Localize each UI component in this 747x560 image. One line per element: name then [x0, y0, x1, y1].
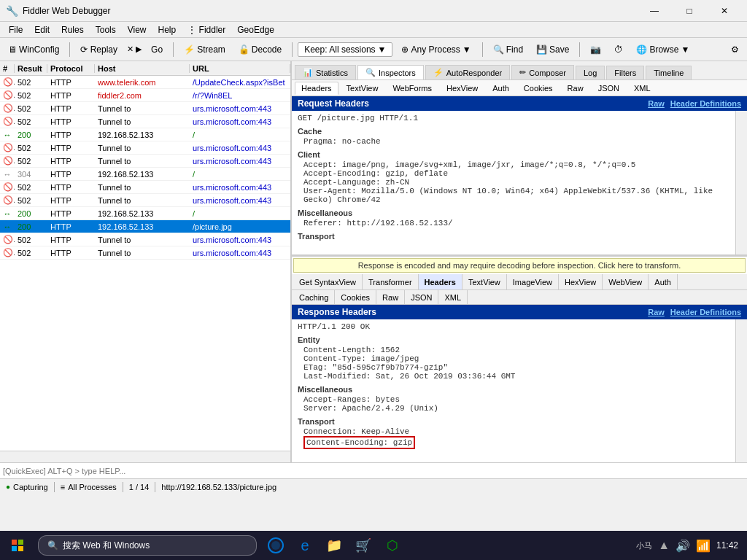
session-row[interactable]: 🚫 502 HTTP Tunnel to urs.microsoft.com:4…: [0, 246, 290, 260]
session-row[interactable]: ↔ 200 HTTP 192.168.52.133 /: [0, 128, 290, 141]
keep-sessions-dropdown[interactable]: Keep: All sessions ▼: [298, 42, 392, 57]
resp-header-content-length: Content-Length: 1562: [298, 346, 729, 354]
session-row[interactable]: 🚫 502 HTTP Tunnel to urs.microsoft.com:4…: [0, 141, 290, 155]
settings-button[interactable]: ⚙: [726, 42, 744, 58]
session-row[interactable]: 🚫 502 HTTP Tunnel to urs.microsoft.com:4…: [0, 155, 290, 168]
resp-tab-caching[interactable]: Caching: [293, 290, 335, 304]
window-title: Fiddler Web Debugger: [23, 6, 638, 16]
resp-raw-link[interactable]: Raw: [648, 308, 665, 316]
session-row[interactable]: 🚫 502 HTTP Tunnel to urs.microsoft.com:4…: [0, 233, 290, 246]
tab-inspectors[interactable]: 🔍 Inspectors: [357, 65, 424, 80]
subtab-webforms[interactable]: WebForms: [386, 82, 438, 95]
session-row[interactable]: ↔ 200 HTTP 192.168.52.133 /: [0, 207, 290, 220]
resp-tab-hexview[interactable]: HexView: [559, 274, 603, 289]
winconfig-button[interactable]: 🖥 WinConfig: [3, 42, 64, 58]
resp-tab-xml[interactable]: XML: [438, 290, 468, 304]
row-icon: ↔: [0, 209, 15, 218]
resp-tab-textview[interactable]: TextView: [462, 274, 507, 289]
col-header-url: URL: [190, 64, 290, 73]
replay-button[interactable]: ⟳ Replay: [75, 42, 123, 58]
subtab-cookies[interactable]: Cookies: [517, 82, 560, 95]
resp-header-server: Server: Apache/2.4.29 (Unix): [298, 404, 729, 413]
save-button[interactable]: 💾 Save: [531, 42, 574, 58]
menu-help[interactable]: Help: [152, 23, 182, 36]
header-defs-link[interactable]: Header Definitions: [670, 99, 741, 108]
session-row[interactable]: ↔ 200 HTTP 192.168.52.133 /picture.jpg: [0, 220, 290, 233]
screenshot-button[interactable]: 📷: [585, 42, 606, 58]
resp-header-defs-link[interactable]: Header Definitions: [670, 308, 741, 316]
resp-tab-imageview[interactable]: ImageView: [507, 274, 559, 289]
resp-tab-cookies[interactable]: Cookies: [335, 290, 376, 304]
resp-tab-json[interactable]: JSON: [405, 290, 438, 304]
save-icon: 💾: [536, 44, 547, 55]
timer-button[interactable]: ⏱: [609, 42, 628, 58]
menu-view[interactable]: View: [122, 23, 152, 36]
any-process-dropdown[interactable]: ⊕ Any Process ▼: [395, 43, 476, 56]
menu-rules[interactable]: Rules: [55, 23, 90, 36]
subtab-raw[interactable]: Raw: [561, 82, 590, 95]
menu-geoedge[interactable]: GeoEdge: [231, 23, 280, 36]
minimize-button[interactable]: —: [638, 1, 671, 21]
resp-tab-webview[interactable]: WebView: [603, 274, 649, 289]
tab-log[interactable]: Log: [576, 66, 605, 79]
subtab-auth[interactable]: Auth: [486, 82, 516, 95]
winconfig-icon: 🖥: [8, 44, 17, 55]
request-headers-section: Request Headers Raw Header Definitions: [292, 96, 747, 111]
tab-filters[interactable]: Filters: [606, 66, 644, 79]
decode-button[interactable]: 🔓 Decode: [233, 42, 287, 58]
resp-tab-raw[interactable]: Raw: [376, 290, 405, 304]
tab-composer[interactable]: ✏ Composer: [511, 65, 574, 79]
session-row[interactable]: ↔ 304 HTTP 192.168.52.133 /: [0, 168, 290, 181]
subtab-json[interactable]: JSON: [592, 82, 626, 95]
row-icon: 🚫: [0, 77, 15, 87]
menu-tools[interactable]: Tools: [90, 23, 122, 36]
menu-edit[interactable]: Edit: [28, 23, 55, 36]
quickexec-input[interactable]: [3, 467, 744, 475]
session-row[interactable]: 🚫 502 HTTP Tunnel to urs.microsoft.com:4…: [0, 102, 290, 115]
right-panel: 📊 Statistics 🔍 Inspectors ⚡ AutoResponde…: [292, 61, 747, 462]
subtab-textview[interactable]: TextView: [340, 82, 385, 95]
go-button[interactable]: Go: [146, 42, 168, 58]
close-button[interactable]: ✕: [708, 1, 741, 21]
row-protocol: HTTP: [47, 144, 95, 152]
toolbar-sep-5: [579, 42, 580, 57]
tab-statistics[interactable]: 📊 Statistics: [295, 65, 356, 79]
resp-tab-transformer[interactable]: Transformer: [363, 274, 419, 289]
row-icon: 🚫: [0, 182, 15, 192]
session-row[interactable]: 🚫 502 HTTP fiddler2.com /r/?Win8EL: [0, 89, 290, 102]
response-tab-bar: Get SyntaxView Transformer Headers TextV…: [292, 274, 747, 290]
subtab-xml[interactable]: XML: [627, 82, 657, 95]
session-row[interactable]: 🚫 502 HTTP www.telerik.com /UpdateCheck.…: [0, 76, 290, 89]
raw-link[interactable]: Raw: [648, 99, 665, 108]
maximize-button[interactable]: □: [673, 1, 706, 21]
resp-group-transport: Transport: [298, 417, 729, 426]
resp-tab-syntaxview[interactable]: Get SyntaxView: [293, 274, 363, 289]
row-host: 192.168.52.133: [95, 222, 190, 231]
resp-tab-headers[interactable]: Headers: [419, 274, 462, 289]
request-headers-content: GET /picture.jpg HTTP/1.1 Cache Pragma: …: [292, 111, 735, 254]
tab-autoresponder[interactable]: ⚡ AutoResponder: [425, 65, 510, 79]
stream-button[interactable]: ⚡ Stream: [179, 42, 231, 58]
resp-scrollbar[interactable]: [735, 319, 747, 462]
warning-bar[interactable]: Response is encoded and may require deco…: [293, 258, 746, 273]
row-result: 502: [15, 91, 47, 100]
session-row[interactable]: 🚫 502 HTTP Tunnel to urs.microsoft.com:4…: [0, 181, 290, 194]
browse-button[interactable]: 🌐 Browse ▼: [631, 42, 694, 58]
subtab-headers[interactable]: Headers: [295, 82, 338, 95]
session-row[interactable]: 🚫 502 HTTP Tunnel to urs.microsoft.com:4…: [0, 115, 290, 128]
resp-tab-auth[interactable]: Auth: [649, 274, 678, 289]
menu-file[interactable]: File: [3, 23, 28, 36]
find-button[interactable]: 🔍 Find: [488, 42, 528, 58]
row-url: urs.microsoft.com:443: [190, 117, 290, 126]
row-icon: 🚫: [0, 90, 15, 100]
row-icon: 🚫: [0, 104, 15, 113]
session-hscroll[interactable]: [0, 451, 290, 462]
menu-fiddler[interactable]: ⋮ Fiddler: [182, 23, 231, 36]
status-sep-1: [54, 482, 55, 492]
status-bar: ● Capturing ≡ All Processes 1 / 14 http:…: [0, 478, 747, 494]
subtab-hexview[interactable]: HexView: [440, 82, 484, 95]
session-row[interactable]: 🚫 502 HTTP Tunnel to urs.microsoft.com:4…: [0, 194, 290, 207]
tab-timeline[interactable]: Timeline: [646, 66, 692, 79]
req-scrollbar[interactable]: [735, 111, 747, 254]
row-host: Tunnel to: [95, 104, 190, 113]
